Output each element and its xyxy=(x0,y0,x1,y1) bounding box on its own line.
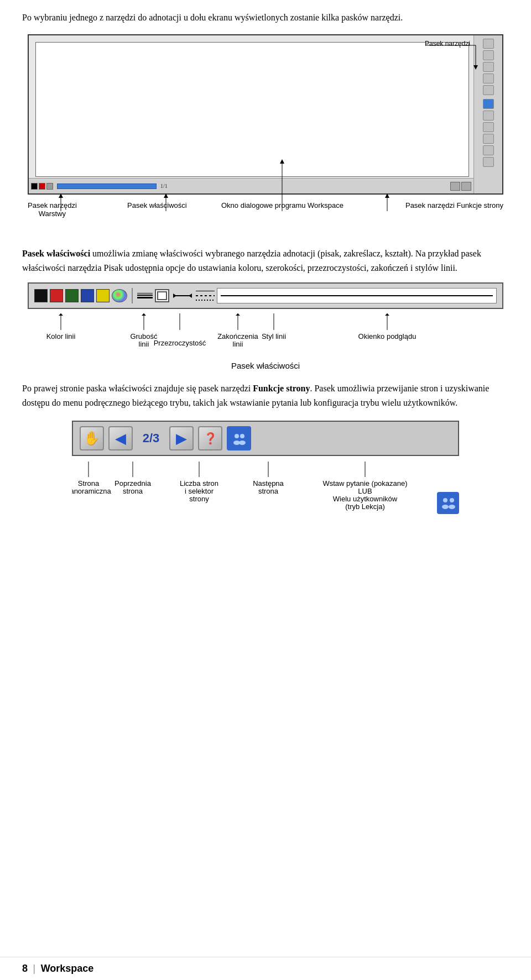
svg-text:Przezroczystość: Przezroczystość xyxy=(154,339,206,347)
bt-nav-btn-2 xyxy=(461,182,471,191)
pasek-narzedzi-inner-label: Pasek narzędzi xyxy=(425,40,470,48)
prev-arrow-icon: ◀ xyxy=(115,430,126,447)
svg-marker-13 xyxy=(189,294,192,298)
toolbar-btn-2 xyxy=(483,50,494,60)
svg-point-33 xyxy=(240,434,244,438)
svg-text:Liczba stron: Liczba stron xyxy=(180,479,218,488)
svg-point-57 xyxy=(449,505,455,509)
svg-text:strona: strona xyxy=(258,487,279,495)
svg-marker-15 xyxy=(59,313,63,316)
page-footer: 8 | Workspace xyxy=(0,957,531,980)
svg-text:Poprzednia: Poprzednia xyxy=(114,479,152,488)
pasek-wlasciwosci-rest: umożliwia zmianę właściwości wybranego n… xyxy=(22,249,481,272)
svg-marker-24 xyxy=(236,313,240,316)
svg-text:strony: strony xyxy=(189,495,209,503)
users-icon xyxy=(231,431,247,446)
svg-text:i selektor: i selektor xyxy=(185,487,214,495)
bt-nav-group xyxy=(450,182,471,191)
palette-icon xyxy=(112,289,127,302)
color-sq-red xyxy=(50,289,63,302)
workspace-screenshot: 1/1 Pasek narzędzi xyxy=(28,34,503,195)
fbar-blue-tile xyxy=(227,426,251,450)
toolbar-btn-7 xyxy=(483,122,494,132)
pasek-title: Pasek właściwości xyxy=(22,361,509,370)
page-separator: | xyxy=(33,963,35,974)
svg-point-54 xyxy=(443,498,447,502)
svg-marker-12 xyxy=(173,294,176,298)
fbar-btn-question: ❓ xyxy=(198,426,222,450)
hand-icon: ✋ xyxy=(84,431,100,446)
fbar-page-number: 2/3 xyxy=(137,431,165,446)
divider-1 xyxy=(132,288,133,303)
pasek-wlasciwosci-bold: Pasek właściwości xyxy=(22,249,90,258)
svg-text:(tryb Lekcja): (tryb Lekcja) xyxy=(345,502,385,511)
lekcja-icon xyxy=(437,492,459,514)
ls-solid xyxy=(196,291,215,291)
fbar-btn-hand: ✋ xyxy=(80,426,104,450)
funcje-labels-area: Strona panoramiczna Poprzednia strona Li… xyxy=(72,462,459,517)
workspace-canvas xyxy=(35,42,469,177)
svg-point-55 xyxy=(442,505,449,509)
toolbar-btn-10 xyxy=(483,157,494,167)
svg-point-35 xyxy=(239,441,246,445)
bt-page-indicator: 1/1 xyxy=(160,183,168,189)
arrow-ends-icon xyxy=(171,289,194,302)
toolbar-btn-1 xyxy=(483,39,494,49)
svg-text:Zakończenia: Zakończenia xyxy=(217,332,258,340)
bt-sq-black xyxy=(31,183,38,190)
label-pasek-wlasciwosci: Pasek właściwości xyxy=(127,201,187,209)
svg-text:Okienko podglądu: Okienko podglądu xyxy=(358,332,417,340)
props-bar-container xyxy=(28,282,503,309)
question-icon: ❓ xyxy=(204,432,217,445)
fbar-btn-next: ▶ xyxy=(169,426,194,450)
ls-dotted xyxy=(196,300,215,301)
preview-window xyxy=(217,288,497,303)
svg-text:LUB: LUB xyxy=(358,487,372,495)
svg-text:linii: linii xyxy=(233,340,243,348)
svg-text:Wstaw pytanie (pokazane): Wstaw pytanie (pokazane) xyxy=(322,479,407,488)
color-sq-yellow xyxy=(96,289,110,302)
toolbar-btn-blue xyxy=(483,99,494,109)
props-labels-area: Kolor linii Grubość linii Przezroczystoś… xyxy=(28,313,503,358)
props-connector-svg: Kolor linii Grubość linii Przezroczystoś… xyxy=(28,313,503,358)
section2-text-start: Po prawej stronie paska właściwości znaj… xyxy=(22,384,253,393)
label-pasek-funkcje: Pasek narzędzi Funkcje strony xyxy=(405,201,503,209)
bottom-toolbar: 1/1 xyxy=(29,178,473,193)
svg-marker-18 xyxy=(142,313,146,316)
workspace-labels: Pasek narzędzi Warstwy Pasek właściwości… xyxy=(28,200,503,244)
intro-text: Po wybraniu jednego z narzędzi do adnota… xyxy=(22,11,509,24)
props-bar xyxy=(28,282,503,309)
users-small-icon xyxy=(440,495,456,511)
toolbar-btn-3 xyxy=(483,62,494,72)
line-1px xyxy=(137,293,153,294)
toolbar-btn-8 xyxy=(483,134,494,144)
preview-line xyxy=(221,295,493,296)
section2-text-bold: Funkcje strony xyxy=(253,384,310,393)
svg-text:Następna: Następna xyxy=(253,479,284,488)
svg-marker-30 xyxy=(385,313,389,316)
svg-text:linii: linii xyxy=(139,340,149,348)
bt-sq-red xyxy=(39,183,45,190)
color-sq-green xyxy=(65,289,79,302)
svg-point-32 xyxy=(235,434,239,438)
toolbar-btn-9 xyxy=(483,145,494,155)
pasek-wlasciwosci-description: Pasek właściwości umożliwia zmianę właśc… xyxy=(22,247,509,275)
bt-sq-gray xyxy=(46,183,53,190)
svg-text:Styl linii: Styl linii xyxy=(262,332,286,340)
svg-text:Kolor linii: Kolor linii xyxy=(46,332,76,340)
svg-point-56 xyxy=(450,498,454,502)
color-sq-blue xyxy=(81,289,94,302)
svg-text:panoramiczna: panoramiczna xyxy=(72,487,112,495)
label-pasek-warstwy: Pasek narzędzi Warstwy xyxy=(28,201,77,218)
line-style-icon xyxy=(196,289,215,302)
section2-text: Po prawej stronie paska właściwości znaj… xyxy=(22,381,509,410)
bt-nav-btn xyxy=(450,182,460,191)
toolbar-btn-6 xyxy=(483,111,494,120)
ls-dashed xyxy=(196,295,215,296)
label-okno-dialogowe: Okno dialogowe programu Workspace xyxy=(221,201,343,209)
line-2px xyxy=(137,295,153,296)
bt-window-controls xyxy=(31,183,53,190)
svg-text:Wielu użytkowników: Wielu użytkowników xyxy=(333,495,398,503)
line-thickness-icon xyxy=(137,289,153,302)
page-number: 8 xyxy=(22,963,28,974)
